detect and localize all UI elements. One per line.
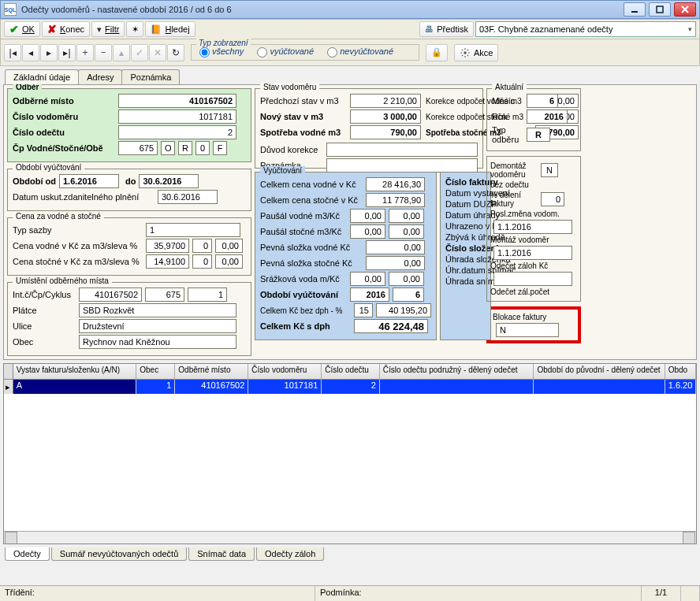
radio-vyuctovane[interactable]: vyúčtované (257, 46, 314, 56)
minimize-button[interactable] (624, 2, 646, 17)
mont-field[interactable] (493, 246, 572, 260)
predchozi-field[interactable] (350, 94, 421, 108)
tab-zakladni[interactable]: Základní údaje (5, 69, 79, 84)
cena-stocne-s1[interactable] (192, 254, 212, 269)
obec-field[interactable] (79, 335, 236, 349)
nav-last-button[interactable]: ▸| (58, 44, 76, 61)
odberne-misto-field[interactable] (118, 94, 236, 108)
nav-refresh-button[interactable]: ↻ (167, 44, 184, 61)
cislo-vodomeru-field[interactable] (118, 109, 236, 124)
tab-poznamka[interactable]: Poznámka (121, 69, 180, 84)
btab-sumar[interactable]: Sumář nevyúčtovaných odečtů (51, 547, 187, 561)
srazk-v1[interactable] (350, 272, 385, 286)
konec-button[interactable]: ✘Konec (42, 21, 90, 37)
poznamka-field[interactable] (326, 158, 478, 173)
odecet-zal-field[interactable] (493, 272, 572, 286)
nav-next-button[interactable]: ▸ (40, 44, 58, 61)
grid-header-cell[interactable]: Číslo odečtu (322, 364, 379, 379)
pausal-s1[interactable] (350, 224, 385, 239)
obd-vy-v1[interactable] (350, 288, 389, 302)
deleni-field[interactable] (541, 192, 564, 206)
grid-header-cell[interactable]: Číslo odečtu podružný - dělený odečet (380, 364, 534, 379)
cena-stocne-field[interactable] (146, 254, 189, 269)
predtisk-button[interactable]: 🖶Předtisk (419, 21, 474, 37)
report-select[interactable]: 03F. Chybně zaznamenané odečty (475, 21, 696, 37)
int-v3-field[interactable] (188, 288, 227, 302)
table-row[interactable]: ▸ A 1 410167502 1017181 2 1.6.20 (4, 380, 696, 394)
nav-confirm-button[interactable]: ✓ (131, 44, 148, 61)
int-v2-field[interactable] (145, 288, 184, 302)
cislo-odectu-field[interactable] (118, 125, 236, 139)
cp-field[interactable] (118, 141, 158, 155)
sdph-val[interactable] (354, 319, 428, 333)
bezdph-pct[interactable] (354, 303, 373, 317)
dusk-field[interactable] (158, 190, 218, 204)
nav-remove-button[interactable]: － (95, 44, 112, 61)
nav-first-button[interactable]: |◂ (4, 44, 21, 61)
cena-vodne-s1[interactable] (192, 239, 212, 253)
hledej-button[interactable]: 📙Hledej (145, 21, 195, 37)
nav-prev-button[interactable]: ◂ (22, 44, 39, 61)
grid-header-cell[interactable]: Odběrné místo (175, 364, 248, 379)
titlebar: SQL Odečty vodoměrů - nastavené období 2… (0, 0, 700, 19)
pausal-s2[interactable] (389, 224, 424, 239)
btab-zaloh[interactable]: Odečty záloh (256, 547, 324, 561)
flag-r-field[interactable] (178, 141, 192, 155)
btab-snimac[interactable]: Snímač data (188, 547, 255, 561)
horizontal-scrollbar[interactable] (4, 531, 696, 543)
demo-field[interactable] (541, 163, 558, 177)
srazk-v2[interactable] (389, 272, 424, 286)
cena-vodne-field[interactable] (146, 239, 189, 253)
typ-odberu-field[interactable] (527, 128, 550, 142)
cena-stocne-val[interactable] (366, 193, 425, 207)
pausal-v2[interactable] (389, 209, 424, 223)
ok-button[interactable]: ✔OK (4, 21, 40, 37)
obdobi-od-field[interactable] (59, 174, 119, 188)
grid-header-cell[interactable]: Vystav fakturu/složenku (A/N) (13, 364, 137, 379)
close-button[interactable] (674, 2, 696, 17)
filtr-button[interactable]: ▾Filtr (91, 21, 125, 37)
nav-edit-button[interactable]: ▴ (113, 44, 130, 61)
maximize-button[interactable] (649, 2, 671, 17)
cena-vodne-val[interactable] (366, 177, 425, 191)
typ-sazby-field[interactable] (146, 223, 240, 237)
int-v1-field[interactable] (79, 288, 142, 302)
grid-header-cell[interactable]: Období do původní - dělený odečet (534, 364, 665, 379)
obd-vy-v2[interactable] (393, 288, 424, 302)
posl-field[interactable] (493, 220, 572, 234)
grid-body[interactable]: ▸ A 1 410167502 1017181 2 1.6.20 (4, 380, 696, 529)
cena-vodne-s2[interactable] (215, 239, 243, 253)
flag-o-field[interactable] (161, 141, 175, 155)
umisteni-group: Umístění odběrného místa Int.č/Čp/Cyklus… (7, 282, 251, 356)
obdobi-do-field[interactable] (139, 174, 199, 188)
nav-add-button[interactable]: ＋ (76, 44, 94, 61)
blokace-field[interactable] (496, 323, 559, 337)
radio-nevyuctovane[interactable]: nevyúčtované (327, 46, 393, 56)
pausal-v1[interactable] (350, 209, 385, 223)
tab-adresy[interactable]: Adresy (78, 69, 122, 84)
akce-button[interactable]: Akce (454, 44, 498, 61)
radio-vsechny[interactable]: všechny (199, 46, 244, 56)
flag-0-field[interactable] (195, 141, 210, 155)
novy-field[interactable] (350, 109, 421, 124)
lock-button[interactable]: 🔒 (426, 44, 448, 61)
nav-cancel-button[interactable]: ✕ (149, 44, 166, 61)
grid-header-cell[interactable]: Obdo (665, 364, 696, 379)
platce-field[interactable] (79, 303, 236, 317)
filter-extra-button[interactable]: ✶ (126, 21, 143, 37)
pevna-s-val[interactable] (366, 256, 425, 270)
flag-f-field[interactable] (213, 141, 227, 155)
rok-field[interactable] (527, 109, 568, 124)
grid-header-cell[interactable]: Číslo vodoměru (248, 364, 322, 379)
spotreba-v-field[interactable] (350, 125, 421, 139)
ulice-field[interactable] (79, 319, 236, 333)
duvod-field[interactable] (326, 143, 478, 157)
bezdph-val[interactable] (376, 303, 431, 317)
grid-header-cell[interactable]: Obec (136, 364, 175, 379)
funnel-icon: ▾ (97, 24, 102, 35)
cena-stocne-s2[interactable] (215, 254, 243, 269)
pevna-v-val[interactable] (366, 240, 425, 254)
mesic-field[interactable] (527, 94, 558, 108)
btab-odecty[interactable]: Odečty (5, 547, 50, 561)
cena-stocne-label: Cena stočné v Kč za m3/sleva % (13, 257, 143, 266)
